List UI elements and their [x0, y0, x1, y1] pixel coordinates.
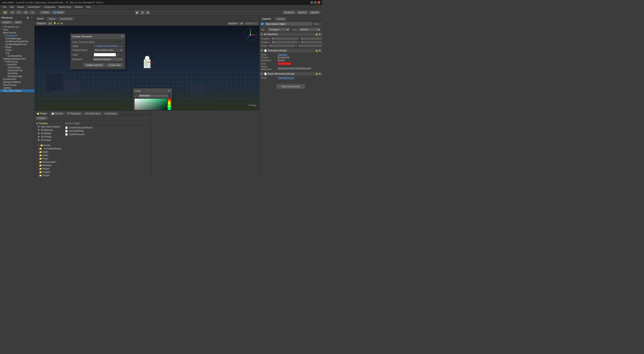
tree-editor[interactable]: 📁 Editor: [35, 154, 64, 157]
h-hudcanvas[interactable]: ▼ HUDCanvas: [0, 60, 34, 63]
fav-all-scripts[interactable]: 🔍 All Scripts: [35, 139, 64, 142]
char-color-swatch[interactable]: [278, 62, 291, 65]
tab-inspector[interactable]: Inspector: [260, 17, 274, 21]
scene-content[interactable]: X Y Z <-Persp Create Character ✕ Enter c…: [35, 26, 260, 110]
transform-lock-icon[interactable]: 🔒: [315, 33, 318, 35]
static-toggle[interactable]: Static ▾: [314, 23, 321, 25]
hierarchy-search-button[interactable]: Q▾All: [14, 20, 22, 24]
pm-script-link[interactable]: PlayerMovement: [278, 77, 294, 79]
tab-animator[interactable]: ⚙ Animator: [103, 111, 118, 116]
menu-file[interactable]: File: [1, 5, 8, 9]
close-button[interactable]: ✕: [318, 1, 320, 4]
tab-project[interactable]: 📁 Project: [35, 111, 49, 116]
h-headhui[interactable]: ▼ HeadHUI: [0, 63, 34, 66]
pm-menu-icon[interactable]: ⚙: [319, 73, 321, 75]
layers-dropdown[interactable]: Layers ▾: [296, 10, 308, 14]
step-button[interactable]: ⏭: [146, 10, 150, 15]
play-button[interactable]: ▶: [135, 10, 139, 15]
fav-all-materials[interactable]: 🔍 All Materials: [35, 128, 64, 132]
tab-scene[interactable]: Scene: [35, 16, 46, 21]
toolbar-rotate-tool[interactable]: ↻: [16, 10, 22, 14]
h-player-parent[interactable]: ▼ Player: [0, 46, 34, 49]
h-enemymanager[interactable]: EnemyManager: [0, 37, 34, 40]
maximize-button[interactable]: □: [314, 1, 317, 4]
tree-completed[interactable]: 📁 _CompletedAssets: [35, 147, 64, 150]
h-damageimage[interactable]: DamageImage: [0, 75, 34, 78]
account-dropdown[interactable]: Account ▾: [283, 10, 296, 14]
nickname-input[interactable]: [92, 57, 123, 61]
menu-assets[interactable]: Assets: [16, 5, 26, 9]
rot-x-input[interactable]: [272, 41, 298, 44]
tree-prefabs[interactable]: 📁 Prefabs: [35, 171, 64, 174]
asset-selectalloftag[interactable]: 📄 SelectAllOfTag: [64, 129, 151, 133]
scale-y-input[interactable]: [298, 44, 322, 47]
scene-audio-icon[interactable]: 🔊: [57, 22, 60, 24]
scene-search-input[interactable]: [245, 22, 258, 25]
player-movement-header[interactable]: ▼ 📄 Player Movement (Script) 🔒 ⚙: [260, 72, 322, 76]
fav-all-models[interactable]: 🔍 All Models: [35, 132, 64, 135]
h-lighting[interactable]: Lighting: [0, 86, 34, 89]
tab-animation[interactable]: 🎬 Animation: [66, 111, 83, 116]
pm-lock-icon[interactable]: 🔒: [315, 73, 318, 75]
fav-all-prefabs[interactable]: 🔍 All Prefabs: [35, 135, 64, 139]
h-gun[interactable]: Gun: [0, 52, 34, 54]
character-script-header[interactable]: ▼ 📄 Character (Script) 🔒 ⚙: [260, 49, 322, 53]
hex-input[interactable]: [138, 94, 168, 98]
menu-help[interactable]: Help: [84, 5, 92, 9]
h-gunbarrel[interactable]: GunBarrelEnd: [0, 54, 34, 57]
tab-console[interactable]: 📋 Console: [50, 111, 65, 116]
tree-materials[interactable]: 📁 Materials: [35, 164, 64, 167]
tag-dropdown[interactable]: Untagged: [268, 28, 290, 31]
h-newgameobject[interactable]: New Game Object: [0, 89, 34, 92]
scene-lights-icon[interactable]: 💡: [54, 22, 56, 24]
char-menu-icon[interactable]: ⚙: [319, 49, 321, 52]
pos-x-input[interactable]: [272, 37, 298, 40]
menu-gameobject[interactable]: GameObject: [26, 5, 42, 9]
scale-x-input[interactable]: [269, 44, 296, 47]
menu-mobile-input[interactable]: Mobile Input: [57, 5, 73, 9]
tree-fonts[interactable]: 📁 Fonts: [35, 157, 64, 160]
tab-game[interactable]: Game: [46, 17, 57, 21]
transform-menu-icon[interactable]: ⚙: [319, 33, 321, 35]
create-new-button[interactable]: Create new: [106, 63, 123, 67]
pos-y-input[interactable]: [301, 37, 322, 40]
h-zombear[interactable]: ZomBearSpawnPoint: [0, 43, 34, 46]
h-floor[interactable]: Floor: [0, 28, 34, 31]
tab-audio-mixer[interactable]: 🔊 Audio Mixer: [83, 111, 102, 116]
asset-spriteprocessor[interactable]: 📄 SpriteProcessor: [64, 133, 151, 136]
tree-audio[interactable]: 📁 Audio: [35, 150, 64, 154]
project-create-button[interactable]: Create ▾: [36, 116, 48, 120]
hierarchy-create-button[interactable]: Create ▾: [1, 20, 13, 24]
menu-component[interactable]: Component: [42, 5, 57, 9]
minimize-button[interactable]: —: [310, 1, 313, 4]
portrait-dropdown[interactable]: None (Texture 2D) ●: [94, 48, 123, 52]
update-selected-button[interactable]: Update selected: [83, 63, 105, 67]
color-picker-close[interactable]: ✕: [168, 89, 170, 92]
tree-models[interactable]: 📁 Models: [35, 167, 64, 171]
script-asset-link[interactable]: ✦ CreateCharacterWizar... ●: [94, 45, 122, 47]
tree-giparamaters[interactable]: 📁 GiParamaters: [35, 160, 64, 164]
char-script-link[interactable]: Character: [278, 53, 288, 56]
h-screenfader[interactable]: ScreenFader: [0, 66, 34, 69]
h-zombunny[interactable]: ZomBunnySpawnPoint: [0, 40, 34, 43]
h-maincamera[interactable]: MainCamera: [0, 31, 34, 34]
color-gradient[interactable]: [134, 99, 167, 110]
player-movement-link[interactable]: New Game Object (PlayerMovement): [278, 67, 321, 69]
tree-scripts[interactable]: 📁 Scripts: [35, 174, 64, 177]
h-level[interactable]: ▼ 🎬 Level 01 5.x*: [0, 25, 34, 28]
toolbar-hand-tool[interactable]: ✋: [2, 10, 8, 14]
fav-new-search[interactable]: 🔍 New Saved Search: [35, 125, 64, 128]
h-menucanvas[interactable]: MenuCanvas: [0, 84, 34, 86]
h-eventsystem[interactable]: EventSystem: [0, 78, 34, 81]
menu-window[interactable]: Window: [73, 5, 84, 9]
tab-lighting[interactable]: Lighting: [274, 17, 287, 21]
object-enabled-checkbox[interactable]: [261, 22, 264, 25]
h-gameovertext[interactable]: GameOverText: [0, 69, 34, 72]
window-controls[interactable]: — □ ✕: [310, 1, 320, 4]
transform-header[interactable]: ▼ ⊞ Transform 🔒 ⚙: [260, 32, 322, 36]
scene-effects-icon[interactable]: ✨: [60, 22, 63, 24]
object-name-input[interactable]: [264, 22, 312, 26]
gizmos-dropdown[interactable]: Gizmos ▾: [228, 22, 238, 25]
h-environment[interactable]: ▼ Environment: [0, 34, 34, 37]
toolbar-rect-tool[interactable]: ▭: [30, 10, 36, 14]
